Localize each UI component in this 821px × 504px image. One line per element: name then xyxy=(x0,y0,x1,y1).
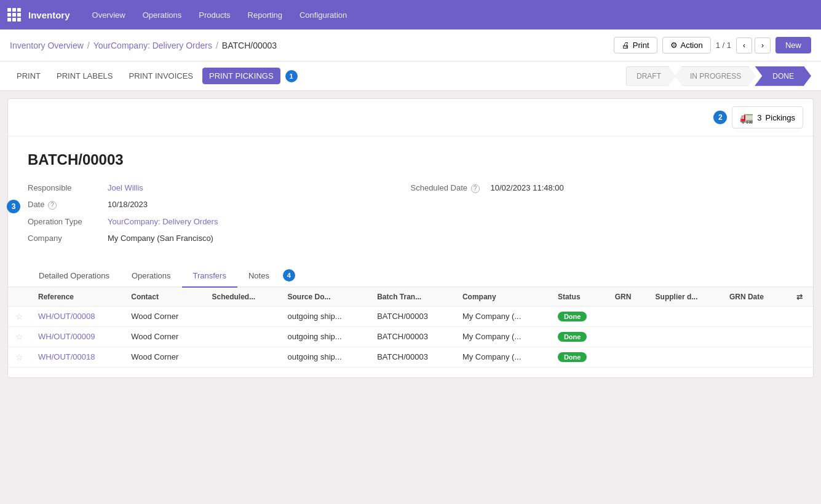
new-button[interactable]: New xyxy=(775,37,811,53)
gear-icon: ⚙ xyxy=(670,41,678,50)
row3-status: Done xyxy=(550,347,608,367)
row2-status: Done xyxy=(550,326,608,347)
responsible-label: Responsible xyxy=(28,183,108,192)
row3-contact: Wood Corner xyxy=(124,347,204,367)
date-value[interactable]: 10/18/2023 xyxy=(108,200,148,209)
row1-reference[interactable]: WH/OUT/00008 xyxy=(31,306,124,326)
operation-type-field: Operation Type YourCompany: Delivery Ord… xyxy=(28,217,411,226)
nav-item-products[interactable]: Products xyxy=(191,0,237,30)
tab-transfers[interactable]: Transfers xyxy=(182,265,237,288)
row1-supplier-d xyxy=(648,306,722,326)
print-icon: 🖨 xyxy=(622,41,630,50)
action-bar: PRINT PRINT LABELS PRINT INVOICES PRINT … xyxy=(0,61,821,91)
print-pickings-button[interactable]: PRINT PICKINGS xyxy=(202,68,280,84)
company-field: Company My Company (San Francisco) xyxy=(28,234,411,243)
col-status[interactable]: Status xyxy=(550,288,608,307)
row1-star[interactable]: ☆ xyxy=(8,306,31,326)
status-done[interactable]: DONE xyxy=(755,66,811,86)
row3-supplier-d xyxy=(648,347,722,367)
col-grn-date[interactable]: GRN Date xyxy=(722,288,786,307)
nav-item-operations[interactable]: Operations xyxy=(135,0,189,30)
breadcrumb-part-2[interactable]: YourCompany: Delivery Orders xyxy=(93,41,212,50)
row2-star[interactable]: ☆ xyxy=(8,326,31,347)
row3-grn-date xyxy=(722,347,786,367)
operation-type-value[interactable]: YourCompany: Delivery Orders xyxy=(108,217,218,226)
row2-reference[interactable]: WH/OUT/00009 xyxy=(31,326,124,347)
action-button[interactable]: ⚙ Action xyxy=(662,37,711,53)
table-row: ☆ WH/OUT/00009 Wood Corner outgoing ship… xyxy=(8,326,813,347)
table-row: ☆ WH/OUT/00008 Wood Corner outgoing ship… xyxy=(8,306,813,326)
nav-count: 1 / 1 xyxy=(716,41,731,50)
col-reference[interactable]: Reference xyxy=(31,288,124,307)
tab-notes[interactable]: Notes xyxy=(237,265,280,288)
row3-reference[interactable]: WH/OUT/00018 xyxy=(31,347,124,367)
nav-item-overview[interactable]: Overview xyxy=(85,0,133,30)
pickings-button[interactable]: 🚛 3 Pickings xyxy=(732,106,803,128)
nav-item-configuration[interactable]: Configuration xyxy=(292,0,354,30)
app-grid-icon[interactable] xyxy=(7,8,21,22)
step3-badge: 3 xyxy=(7,200,20,213)
tab-detailed-operations[interactable]: Detailed Operations xyxy=(28,265,121,288)
next-button[interactable]: › xyxy=(755,37,771,53)
pickings-count: 3 xyxy=(757,113,761,122)
date-help-icon: ? xyxy=(48,201,57,210)
operation-type-label: Operation Type xyxy=(28,217,108,226)
print-button[interactable]: 🖨 Print xyxy=(614,37,657,53)
col-company[interactable]: Company xyxy=(455,288,550,307)
tab-operations[interactable]: Operations xyxy=(121,265,182,288)
truck-icon: 🚛 xyxy=(740,111,753,124)
print-labels-button[interactable]: PRINT LABELS xyxy=(50,68,120,84)
prev-button[interactable]: ‹ xyxy=(736,37,752,53)
print-invoices-button[interactable]: PRINT INVOICES xyxy=(122,68,200,84)
row1-source-doc: outgoing ship... xyxy=(280,306,370,326)
row1-batch-transfer: BATCH/00003 xyxy=(370,306,455,326)
print-action-button[interactable]: PRINT xyxy=(10,68,47,84)
row3-company: My Company (... xyxy=(455,347,550,367)
breadcrumb-current: BATCH/00003 xyxy=(222,41,277,50)
form-right-column: Scheduled Date ? 10/02/2023 11:48:00 xyxy=(411,183,794,250)
breadcrumb-bar: Inventory Overview / YourCompany: Delive… xyxy=(0,30,821,61)
row3-grn xyxy=(608,347,648,367)
scheduled-date-label: Scheduled Date ? xyxy=(411,183,491,193)
row1-contact: Wood Corner xyxy=(124,306,204,326)
table-body: ☆ WH/OUT/00008 Wood Corner outgoing ship… xyxy=(8,306,813,367)
date-field: 3 Date ? 10/18/2023 xyxy=(28,200,411,210)
col-batch-transfer[interactable]: Batch Tran... xyxy=(370,288,455,307)
transfers-table: Reference Contact Scheduled... Source Do… xyxy=(8,288,813,368)
breadcrumb-part-1[interactable]: Inventory Overview xyxy=(10,41,84,50)
company-label: Company xyxy=(28,234,108,243)
col-scheduled[interactable]: Scheduled... xyxy=(205,288,280,307)
row3-star[interactable]: ☆ xyxy=(8,347,31,367)
batch-title: BATCH/00003 xyxy=(28,151,793,168)
col-star xyxy=(8,288,31,307)
main-content: 2 🚛 3 Pickings BATCH/00003 Responsible J… xyxy=(7,98,814,378)
date-label: Date ? xyxy=(28,200,108,210)
tabs-container: Detailed Operations Operations Transfers… xyxy=(8,265,813,288)
col-grn[interactable]: GRN xyxy=(608,288,648,307)
col-settings[interactable]: ⇄ xyxy=(786,288,813,307)
scheduled-date-value[interactable]: 10/02/2023 11:48:00 xyxy=(491,183,564,192)
responsible-value[interactable]: Joel Willis xyxy=(108,183,143,192)
table-section: Reference Contact Scheduled... Source Do… xyxy=(8,288,813,377)
app-name[interactable]: Inventory xyxy=(28,10,70,20)
tab-badge: 4 xyxy=(283,269,295,282)
row3-extra xyxy=(786,347,813,367)
row1-status: Done xyxy=(550,306,608,326)
status-draft[interactable]: DRAFT xyxy=(626,66,676,86)
col-contact[interactable]: Contact xyxy=(124,288,204,307)
row2-source-doc: outgoing ship... xyxy=(280,326,370,347)
pickings-header: 2 🚛 3 Pickings xyxy=(8,99,813,136)
row1-scheduled xyxy=(205,306,280,326)
pickings-badge: 2 xyxy=(713,111,727,124)
row2-extra xyxy=(786,326,813,347)
pickings-label: Pickings xyxy=(766,113,795,122)
col-supplier-d[interactable]: Supplier d... xyxy=(648,288,722,307)
print-pickings-badge: 1 xyxy=(285,70,298,82)
row1-grn-date xyxy=(722,306,786,326)
col-source-doc[interactable]: Source Do... xyxy=(280,288,370,307)
nav-item-reporting[interactable]: Reporting xyxy=(240,0,290,30)
table-header-row: Reference Contact Scheduled... Source Do… xyxy=(8,288,813,307)
company-value: My Company (San Francisco) xyxy=(108,234,213,243)
row3-source-doc: outgoing ship... xyxy=(280,347,370,367)
status-inprogress[interactable]: IN PROGRESS xyxy=(675,66,756,86)
